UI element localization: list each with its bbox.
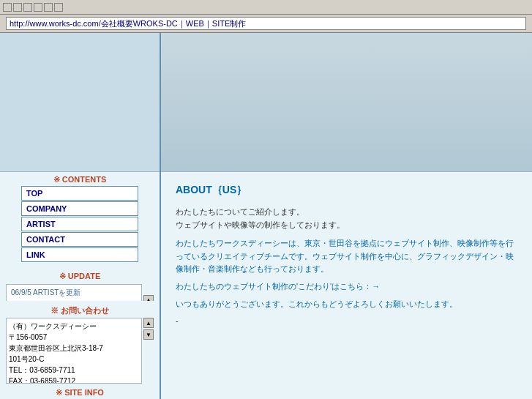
contact-info-header: お問い合わせ (6, 302, 154, 318)
url-text: http://www.works-dc.com/会社概要WROKS-DC｜WEB… (10, 18, 246, 29)
scroll-up-btn[interactable]: ▲ (143, 295, 154, 301)
dash-text: - (176, 316, 517, 325)
contact-scroll[interactable]: （有）ワークスディーシー 〒156-0057 東京都世田谷区上北沢3-18-7 … (6, 318, 142, 384)
body-text-3: いつもありがとうございます。これからもどうぞよろしくお願いいたします。 (176, 298, 517, 311)
content-area: ABOUT｛US｝ わたしたちについてご紹介します。 ウェブサイトや映像等の制作… (161, 172, 532, 399)
titlebar-btn-6[interactable] (54, 3, 63, 12)
address-bar[interactable]: http://www.works-dc.com/会社概要WROKS-DC｜WEB… (6, 17, 526, 30)
nav-item-company[interactable]: COMPANY (21, 201, 138, 216)
titlebar-btn-5[interactable] (44, 3, 53, 12)
contact-address1: 東京都世田谷区上北沢3-18-7 (9, 343, 139, 354)
main-content: ABOUT｛US｝ わたしたちについてご紹介します。 ウェブサイトや映像等の制作… (161, 33, 532, 399)
update-item: 06/9/5 ARTISTを更新 (8, 286, 140, 299)
page-title: ABOUT｛US｝ (176, 184, 517, 197)
contact-address2: 101号20-C (9, 354, 139, 365)
contact-fax: FAX：03-6859-7712 (9, 376, 139, 384)
site-info-header: SITE INFO (0, 385, 160, 399)
contact-company: （有）ワークスディーシー (9, 321, 139, 332)
update-scroll[interactable]: 06/9/5 ARTISTを更新 (6, 284, 142, 301)
titlebar-btn-1[interactable] (3, 3, 12, 12)
intro-line1: わたしたちについてご紹介します。 (176, 206, 517, 219)
sidebar: CONTENTS TOP COMPANY ARTIST CONTACT LINK… (0, 33, 161, 399)
titlebar-btn-4[interactable] (34, 3, 42, 12)
nav-item-artist[interactable]: ARTIST (21, 217, 138, 231)
intro-text: わたしたちについてご紹介します。 ウェブサイトや映像等の制作をしております。 (176, 206, 517, 231)
titlebar-btn-2[interactable] (13, 3, 22, 12)
contact-info-section: お問い合わせ （有）ワークスディーシー 〒156-0057 東京都世田谷区上北沢… (0, 301, 160, 385)
contact-tel: TEL：03-6859-7711 (9, 365, 139, 376)
contact-scroll-up-btn[interactable]: ▲ (143, 318, 154, 328)
main-container: CONTENTS TOP COMPANY ARTIST CONTACT LINK… (0, 33, 532, 399)
hero-image (161, 33, 532, 172)
nav-item-top[interactable]: TOP (21, 186, 138, 201)
contact-postal: 〒156-0057 (9, 332, 139, 343)
sidebar-hero (0, 33, 160, 172)
update-section: UPDATE 06/9/5 ARTISTを更新 ▲ ▼ (0, 266, 160, 301)
contact-scroll-down-btn[interactable]: ▼ (143, 329, 154, 340)
body-text-1: わたしたちワークスディーシーは、東京・世田谷を拠点にウェブサイト制作、映像制作等… (176, 237, 517, 276)
contents-header: CONTENTS (0, 172, 160, 186)
titlebar (0, 0, 532, 15)
intro-line2: ウェブサイトや映像等の制作をしております。 (176, 219, 517, 232)
update-header: UPDATE (6, 269, 154, 283)
body-text-2: わたしたちのウェブサイト制作の'こだわり'はこちら：→ (176, 280, 517, 294)
nav-item-link[interactable]: LINK (21, 247, 138, 262)
titlebar-btn-3[interactable] (23, 3, 32, 12)
nav-item-contact[interactable]: CONTACT (21, 232, 138, 247)
browser-chrome: http://www.works-dc.com/会社概要WROKS-DC｜WEB… (0, 15, 532, 33)
